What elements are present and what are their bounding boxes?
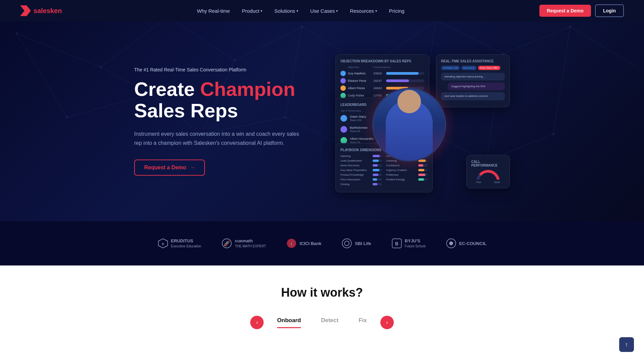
use-cases-chevron-icon: ▾ [336,9,338,13]
icici-icon: i [286,238,297,249]
hero-heading: Create Champion Sales Reps [134,78,302,121]
call-performance-card: Call Performance Poor Good [466,155,510,188]
icici-label: ICICI Bank [300,241,321,246]
logo-text: salesken [34,7,62,15]
playbook-row: Need Discovery [340,164,382,167]
svg-point-40 [552,133,554,135]
hero-cta-button[interactable]: Request a Demo → [134,160,205,176]
scroll-icon: ↑ [625,341,628,343]
tab-next-button[interactable]: › [380,316,394,329]
byjus-icon: B [391,238,402,249]
hero-dashboard: Objection Breakdown by Sales Reps Object… [335,54,510,188]
product-chevron-icon: ▾ [261,9,262,13]
nav-why-realtime[interactable]: Why Real-time [197,8,230,14]
playbook-row: Key Value Proposition [340,169,382,172]
pb-fill [373,160,379,162]
tab-onboard[interactable]: Onboard [277,317,301,328]
pb-label-right: Confidence [386,164,416,167]
leader-name: Bartholomew [350,126,368,129]
pb-label: Closing [340,183,371,186]
gauge-labels: Poor Good [476,181,500,183]
nav-links: Why Real-time Product ▾ Solutions ▾ Use … [197,8,405,14]
logo-sbi: SBI Life [341,238,371,249]
rep-value: 19247 [373,79,384,82]
pb-fill [373,178,377,181]
rep-name: Eleanor Pena [348,79,371,82]
tab-prev-button[interactable]: ‹ [250,316,264,329]
hero-section: The #1 Rated Real-Time Sales Conversatio… [0,0,644,221]
hero-tag: The #1 Rated Real-Time Sales Conversatio… [134,67,302,72]
playbook-row-right: Confidence [386,164,428,167]
playbook-row: Closing [340,183,382,186]
solutions-chevron-icon: ▾ [297,9,298,13]
scroll-to-top-button[interactable]: ↑ [619,337,634,343]
pb-track [373,169,382,171]
bar-track [386,79,424,82]
obj-col1: Objection [348,66,371,69]
bar-row-header: Objection Conversations [340,66,424,69]
rta-title: Real-Time Sales Assistance [441,59,505,63]
leader-score: Team 100 [350,119,366,122]
leader-avatar [340,126,347,133]
logos-section: E ERUDITUSExecutive Education 🚀 cuemathT… [0,221,644,265]
svg-point-47 [342,239,351,248]
pb-label: Product Knowledge [340,173,371,176]
leader-name: Gwen Stacy [350,115,366,118]
request-demo-button[interactable]: Request a Demo [539,5,591,17]
rta-bubble-3: and case studies to address concern [441,92,505,100]
pb-fill [373,155,380,157]
objection-bar-row: Eleanor Pena 19247 [340,78,424,83]
rep-value: 18663 [373,86,384,90]
nav-actions: Request a Demo Login [539,4,624,17]
nav-product[interactable]: Product ▾ [242,8,262,14]
svg-text:B: B [395,241,398,246]
leader-item: Gwen Stacy Team 100 [340,115,374,122]
nav-solutions[interactable]: Solutions ▾ [274,8,298,14]
rta-bubble-1: Handling objection about pricing... [441,73,505,80]
logo[interactable]: salesken [20,5,62,16]
rep-avatar [340,71,346,76]
tab-detect[interactable]: Detect [321,317,338,328]
logo-eruditus: E ERUDITUSExecutive Education [158,238,202,249]
pb-fill [373,183,377,185]
pb-label: Opening [340,155,371,158]
nav-pricing[interactable]: Pricing [389,8,405,14]
obj-col2: Conversations [373,66,384,69]
login-button[interactable]: Login [595,4,624,17]
logo-ec-council: EC-COUNCIL [446,238,487,249]
cuemath-icon: 🚀 [221,238,232,249]
objection-bar-row: Guy Hawkins 33603 [340,71,424,76]
svg-text:E: E [162,242,164,246]
svg-point-33 [66,116,68,118]
pb-label: Price Discussion [340,178,371,181]
tab-fix[interactable]: Fix [359,317,367,328]
rep-avatar [340,78,346,83]
eruditus-icon: E [158,238,168,249]
rep-name: Cody Fisher [348,94,371,97]
pb-fill [373,169,379,171]
rta-card: Real-Time Sales Assistance A Radio Call … [436,54,510,107]
rep-name: Albert Flores [348,86,371,90]
svg-point-52 [449,241,453,245]
pb-fill [373,164,378,167]
bar-fill [386,79,409,82]
pb-track [373,178,382,181]
svg-point-24 [16,33,18,35]
playbook-row-right: Urgency Creation [386,169,428,172]
how-tabs: ‹ Onboard Detect Fix › [20,316,624,329]
navbar: salesken Why Real-time Product ▾ Solutio… [0,0,644,21]
nav-use-cases[interactable]: Use Cases ▾ [310,8,338,14]
pb-track [373,183,382,185]
hero-cta-label: Request a Demo [144,165,186,171]
playbook-row-right: Politeness [386,173,428,176]
nav-resources[interactable]: Resources ▾ [350,8,377,14]
rta-pill-2: Recovery [461,66,477,70]
tab-list: Onboard Detect Fix [277,317,367,328]
pb-track-right [418,169,428,171]
how-title: How it works? [20,286,624,300]
logo-cuemath: 🚀 cuemathTHE MATH EXPERT [221,238,266,249]
leader-avatar [340,137,347,144]
pb-track-right [418,178,428,181]
pb-track [373,160,382,162]
svg-point-28 [301,26,303,28]
